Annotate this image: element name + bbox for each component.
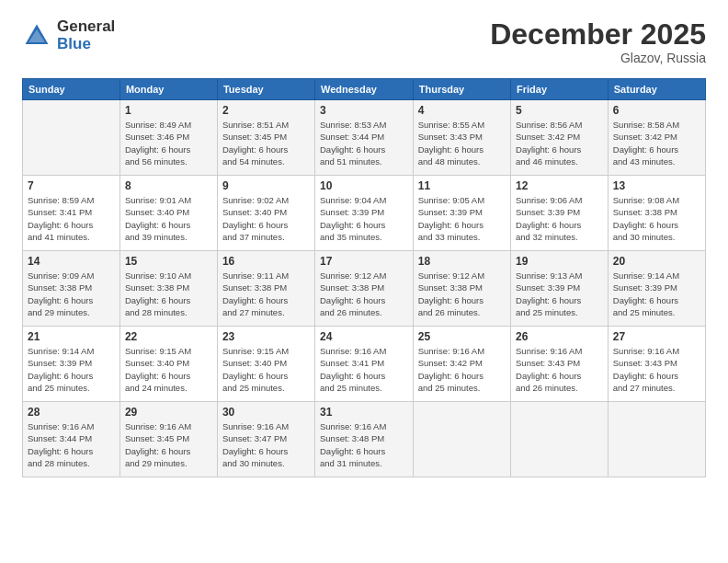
calendar-week-row: 28Sunrise: 9:16 AM Sunset: 3:44 PM Dayli…: [23, 402, 706, 477]
logo-text: General Blue: [57, 18, 115, 52]
day-info: Sunrise: 9:16 AM Sunset: 3:41 PM Dayligh…: [320, 345, 408, 394]
calendar-header-saturday: Saturday: [608, 79, 705, 100]
page: General Blue December 2025 Glazov, Russi…: [0, 0, 728, 563]
day-number: 10: [320, 179, 408, 192]
calendar-day-cell: 31Sunrise: 9:16 AM Sunset: 3:48 PM Dayli…: [315, 402, 414, 477]
calendar-day-cell: 24Sunrise: 9:16 AM Sunset: 3:41 PM Dayli…: [315, 327, 414, 402]
day-info: Sunrise: 8:56 AM Sunset: 3:42 PM Dayligh…: [516, 119, 603, 167]
day-number: 29: [125, 406, 212, 419]
day-number: 20: [613, 255, 700, 268]
day-info: Sunrise: 8:51 AM Sunset: 3:45 PM Dayligh…: [222, 119, 310, 167]
calendar-day-cell: 6Sunrise: 8:58 AM Sunset: 3:42 PM Daylig…: [608, 100, 705, 176]
calendar-day-cell: 5Sunrise: 8:56 AM Sunset: 3:42 PM Daylig…: [511, 100, 609, 176]
calendar-day-cell: [23, 100, 120, 176]
calendar-week-row: 21Sunrise: 9:14 AM Sunset: 3:39 PM Dayli…: [23, 327, 706, 402]
day-number: 15: [125, 255, 212, 268]
day-info: Sunrise: 8:49 AM Sunset: 3:46 PM Dayligh…: [125, 119, 212, 167]
day-number: 22: [125, 330, 212, 343]
day-number: 27: [613, 330, 700, 343]
logo-icon: [22, 21, 51, 51]
day-info: Sunrise: 8:53 AM Sunset: 3:44 PM Dayligh…: [320, 119, 408, 167]
day-info: Sunrise: 9:14 AM Sunset: 3:39 PM Dayligh…: [613, 270, 700, 318]
day-number: 21: [28, 330, 115, 343]
calendar-day-cell: 25Sunrise: 9:16 AM Sunset: 3:42 PM Dayli…: [413, 327, 510, 402]
day-number: 9: [222, 179, 310, 192]
calendar-day-cell: 22Sunrise: 9:15 AM Sunset: 3:40 PM Dayli…: [119, 327, 217, 402]
day-number: 17: [320, 255, 408, 268]
calendar-table: SundayMondayTuesdayWednesdayThursdayFrid…: [22, 78, 706, 477]
calendar-header-friday: Friday: [511, 79, 609, 100]
day-number: 30: [222, 406, 310, 419]
calendar-week-row: 14Sunrise: 9:09 AM Sunset: 3:38 PM Dayli…: [23, 251, 706, 327]
day-number: 4: [418, 104, 506, 117]
day-info: Sunrise: 9:16 AM Sunset: 3:42 PM Dayligh…: [418, 345, 506, 394]
calendar-day-cell: 12Sunrise: 9:06 AM Sunset: 3:39 PM Dayli…: [511, 176, 609, 251]
day-info: Sunrise: 8:59 AM Sunset: 3:41 PM Dayligh…: [28, 194, 115, 243]
day-info: Sunrise: 9:16 AM Sunset: 3:48 PM Dayligh…: [320, 420, 408, 469]
calendar-day-cell: 8Sunrise: 9:01 AM Sunset: 3:40 PM Daylig…: [119, 176, 217, 251]
day-number: 8: [125, 179, 212, 192]
day-number: 23: [222, 330, 310, 343]
day-number: 16: [222, 255, 310, 268]
day-number: 25: [418, 330, 506, 343]
calendar-day-cell: 7Sunrise: 8:59 AM Sunset: 3:41 PM Daylig…: [23, 176, 120, 251]
calendar-day-cell: 29Sunrise: 9:16 AM Sunset: 3:45 PM Dayli…: [119, 402, 217, 477]
calendar-day-cell: 17Sunrise: 9:12 AM Sunset: 3:38 PM Dayli…: [315, 251, 414, 327]
calendar-day-cell: 18Sunrise: 9:12 AM Sunset: 3:38 PM Dayli…: [413, 251, 510, 327]
calendar-day-cell: 27Sunrise: 9:16 AM Sunset: 3:43 PM Dayli…: [608, 327, 705, 402]
calendar-week-row: 1Sunrise: 8:49 AM Sunset: 3:46 PM Daylig…: [23, 100, 706, 176]
day-number: 6: [613, 104, 700, 117]
calendar-day-cell: 20Sunrise: 9:14 AM Sunset: 3:39 PM Dayli…: [608, 251, 705, 327]
day-info: Sunrise: 9:15 AM Sunset: 3:40 PM Dayligh…: [222, 345, 310, 394]
day-info: Sunrise: 9:12 AM Sunset: 3:38 PM Dayligh…: [418, 270, 506, 318]
day-info: Sunrise: 9:01 AM Sunset: 3:40 PM Dayligh…: [125, 194, 212, 243]
calendar-day-cell: 26Sunrise: 9:16 AM Sunset: 3:43 PM Dayli…: [511, 327, 609, 402]
logo: General Blue: [22, 18, 115, 52]
calendar-header-row: SundayMondayTuesdayWednesdayThursdayFrid…: [23, 79, 706, 100]
header: General Blue December 2025 Glazov, Russi…: [22, 18, 706, 65]
day-number: 5: [516, 104, 603, 117]
calendar-header-tuesday: Tuesday: [217, 79, 314, 100]
calendar-day-cell: [413, 402, 510, 477]
calendar-day-cell: 1Sunrise: 8:49 AM Sunset: 3:46 PM Daylig…: [119, 100, 217, 176]
calendar-day-cell: 3Sunrise: 8:53 AM Sunset: 3:44 PM Daylig…: [315, 100, 414, 176]
day-info: Sunrise: 9:10 AM Sunset: 3:38 PM Dayligh…: [125, 270, 212, 318]
calendar-day-cell: 4Sunrise: 8:55 AM Sunset: 3:43 PM Daylig…: [413, 100, 510, 176]
calendar-day-cell: 11Sunrise: 9:05 AM Sunset: 3:39 PM Dayli…: [413, 176, 510, 251]
day-info: Sunrise: 9:13 AM Sunset: 3:39 PM Dayligh…: [516, 270, 603, 318]
calendar-header-thursday: Thursday: [413, 79, 510, 100]
calendar-day-cell: 30Sunrise: 9:16 AM Sunset: 3:47 PM Dayli…: [217, 402, 314, 477]
day-number: 13: [613, 179, 700, 192]
calendar-header-monday: Monday: [119, 79, 217, 100]
calendar-day-cell: 13Sunrise: 9:08 AM Sunset: 3:38 PM Dayli…: [608, 176, 705, 251]
calendar-day-cell: 2Sunrise: 8:51 AM Sunset: 3:45 PM Daylig…: [217, 100, 314, 176]
day-number: 14: [28, 255, 115, 268]
calendar-day-cell: 28Sunrise: 9:16 AM Sunset: 3:44 PM Dayli…: [23, 402, 120, 477]
day-number: 26: [516, 330, 603, 343]
day-info: Sunrise: 9:15 AM Sunset: 3:40 PM Dayligh…: [125, 345, 212, 394]
day-info: Sunrise: 9:12 AM Sunset: 3:38 PM Dayligh…: [320, 270, 408, 318]
calendar-week-row: 7Sunrise: 8:59 AM Sunset: 3:41 PM Daylig…: [23, 176, 706, 251]
calendar-day-cell: 16Sunrise: 9:11 AM Sunset: 3:38 PM Dayli…: [217, 251, 314, 327]
day-info: Sunrise: 9:16 AM Sunset: 3:45 PM Dayligh…: [125, 420, 212, 469]
day-number: 24: [320, 330, 408, 343]
day-number: 28: [28, 406, 115, 419]
calendar-day-cell: 9Sunrise: 9:02 AM Sunset: 3:40 PM Daylig…: [217, 176, 314, 251]
day-info: Sunrise: 9:06 AM Sunset: 3:39 PM Dayligh…: [516, 194, 603, 243]
day-info: Sunrise: 9:16 AM Sunset: 3:43 PM Dayligh…: [516, 345, 603, 394]
day-info: Sunrise: 9:09 AM Sunset: 3:38 PM Dayligh…: [28, 270, 115, 318]
day-number: 31: [320, 406, 408, 419]
calendar-day-cell: 21Sunrise: 9:14 AM Sunset: 3:39 PM Dayli…: [23, 327, 120, 402]
day-info: Sunrise: 9:04 AM Sunset: 3:39 PM Dayligh…: [320, 194, 408, 243]
day-info: Sunrise: 9:16 AM Sunset: 3:43 PM Dayligh…: [613, 345, 700, 394]
day-info: Sunrise: 8:58 AM Sunset: 3:42 PM Dayligh…: [613, 119, 700, 167]
day-number: 19: [516, 255, 603, 268]
calendar-day-cell: 14Sunrise: 9:09 AM Sunset: 3:38 PM Dayli…: [23, 251, 120, 327]
day-info: Sunrise: 9:02 AM Sunset: 3:40 PM Dayligh…: [222, 194, 310, 243]
day-number: 1: [125, 104, 212, 117]
calendar-day-cell: 15Sunrise: 9:10 AM Sunset: 3:38 PM Dayli…: [119, 251, 217, 327]
day-info: Sunrise: 9:16 AM Sunset: 3:47 PM Dayligh…: [222, 420, 310, 469]
calendar-day-cell: 19Sunrise: 9:13 AM Sunset: 3:39 PM Dayli…: [511, 251, 609, 327]
day-info: Sunrise: 9:16 AM Sunset: 3:44 PM Dayligh…: [28, 420, 115, 469]
calendar-day-cell: 23Sunrise: 9:15 AM Sunset: 3:40 PM Dayli…: [217, 327, 314, 402]
